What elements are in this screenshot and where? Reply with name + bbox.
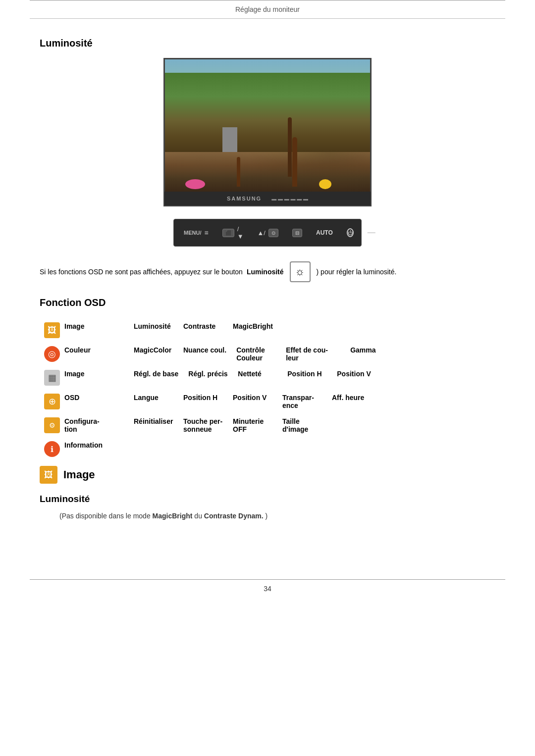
ctrl-brightness: ⬛ /▼ (222, 225, 244, 240)
osd-items-osd: Langue Position H Position V Transpar-en… (134, 394, 495, 409)
sub-luminosite-title: Luminosité (40, 494, 495, 504)
osd-items-image1: Luminosité Contraste MagicBright (134, 322, 495, 330)
osd-name-config: Configura-tion (64, 417, 134, 433)
osd-items-couleur: MagicColor Nuance coul. ContrôleCouleur … (134, 346, 495, 362)
image-section-icon: 🖼 (40, 466, 57, 484)
osd-row-config: ⚙ Configura-tion Réinitialiser Touche pe… (40, 413, 495, 437)
monitor-controls: MENU/ ≡ ⬛ /▼ ▲/ ⊙ ⊟ AUTO ⏻ — (173, 219, 362, 247)
monitor-brand: SAMSUNG (227, 196, 262, 202)
image-section-header: 🖼 Image (40, 466, 495, 484)
osd-row-image1: 🖼 Image Luminosité Contraste MagicBright (40, 318, 495, 342)
osd-name-image2: Image (64, 370, 134, 378)
osd-row-osd: ⊕ OSD Langue Position H Position V Trans… (40, 390, 495, 413)
osd-name-info: Information (64, 441, 134, 449)
ctrl-auto: AUTO (316, 229, 333, 236)
ctrl-up: ▲/ ⊙ (258, 229, 278, 237)
luminosite-title: Luminosité (40, 38, 495, 49)
sub-body-magicbright: MagicBright (153, 512, 193, 520)
luminosite-icon-box: ☼ (288, 261, 313, 282)
ctrl-menu: MENU/ ≡ (184, 229, 209, 237)
luminosite-body: Si les fonctions OSD ne sont pas affiché… (40, 261, 495, 282)
osd-icon-couleur: ◎ (44, 346, 60, 362)
ctrl-minus: — (368, 228, 375, 237)
osd-items-image2: Régl. de base Régl. précis Netteté Posit… (134, 370, 495, 378)
osd-icon-info: ℹ (44, 441, 60, 457)
osd-icon-config: ⚙ (44, 417, 60, 433)
luminosite-text-bold: Luminosité (247, 266, 284, 277)
osd-row-info: ℹ Information (40, 437, 495, 461)
osd-row-image2: ▦ Image Régl. de base Régl. précis Nette… (40, 366, 495, 390)
fonction-osd-title: Fonction OSD (40, 297, 495, 308)
page-header-title: Réglage du moniteur (30, 5, 505, 13)
osd-icon-image1: 🖼 (44, 322, 60, 338)
page-number: 34 (0, 585, 535, 593)
monitor-illustration: SAMSUNG ▬ ▬ ▬ ▬ ▬ ▬ MENU/ ≡ ⬛ /▼ ▲/ ⊙ ⊟ … (40, 58, 495, 247)
osd-name-couleur: Couleur (64, 346, 134, 354)
sub-body-suffix: ) (266, 512, 268, 520)
sub-body-contraste: Contraste Dynam. (204, 512, 264, 520)
osd-name-osd: OSD (64, 394, 134, 402)
monitor-screen (163, 58, 372, 192)
ctrl-select: ⊟ (292, 229, 302, 237)
bottom-rule (30, 579, 505, 580)
luminosite-text-suffix: ) pour régler la luminosité. (317, 266, 397, 277)
sub-body-prefix: (Pas disponible dans le mode (59, 512, 153, 520)
luminosite-text-prefix: Si les fonctions OSD ne sont pas affiché… (40, 266, 243, 277)
osd-name-image1: Image (64, 322, 134, 330)
osd-icon-osd: ⊕ (44, 394, 60, 409)
sub-luminosite-body: (Pas disponible dans le mode MagicBright… (59, 512, 495, 520)
osd-icon-image2: ▦ (44, 370, 60, 386)
osd-items-config: Réinitialiser Touche per-sonneue Minuter… (134, 417, 495, 433)
ctrl-power: ⏻ (347, 228, 354, 237)
sub-body-du: du (194, 512, 204, 520)
osd-row-couleur: ◎ Couleur MagicColor Nuance coul. Contrô… (40, 342, 495, 366)
monitor-base: SAMSUNG ▬ ▬ ▬ ▬ ▬ ▬ (163, 192, 372, 206)
image-section-title-text: Image (63, 468, 95, 481)
